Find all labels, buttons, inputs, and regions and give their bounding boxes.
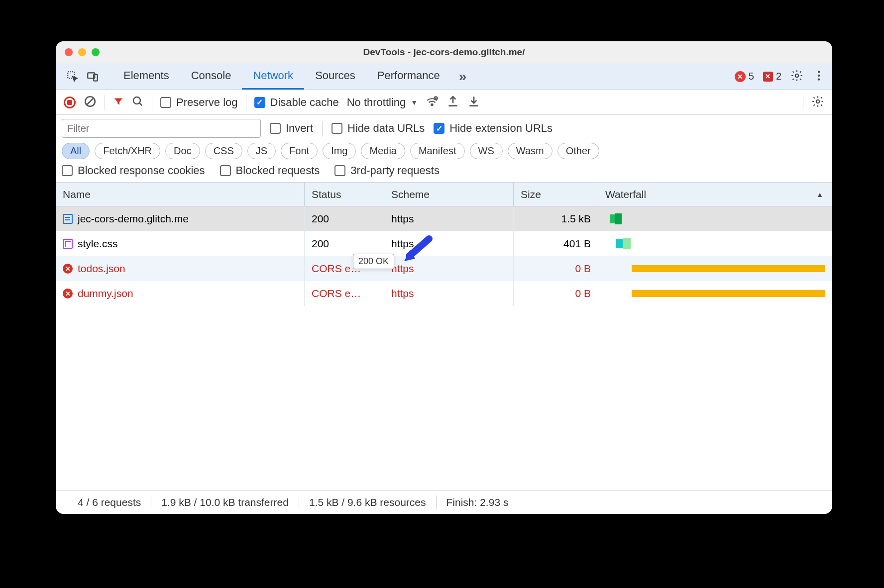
type-pill-fetch-xhr[interactable]: Fetch/XHR (95, 143, 160, 159)
waterfall-label: Waterfall (605, 189, 646, 200)
throttling-value: No throttling (347, 96, 406, 109)
svg-line-8 (87, 98, 94, 104)
request-name: style.css (78, 238, 118, 250)
disable-cache-checkbox[interactable]: Disable cache (254, 96, 339, 109)
network-toolbar: Preserve log Disable cache No throttling… (56, 90, 832, 115)
window-close-button[interactable] (65, 48, 73, 56)
tab-performance[interactable]: Performance (366, 63, 451, 90)
tabs-overflow-button[interactable]: » (451, 69, 475, 85)
checkbox-icon (334, 165, 345, 176)
svg-point-13 (816, 99, 820, 103)
sort-indicator-icon: ▲ (816, 191, 823, 198)
svg-point-11 (432, 103, 433, 105)
col-header-waterfall[interactable]: Waterfall ▲ (598, 183, 832, 206)
more-menu-button[interactable] (812, 69, 825, 84)
col-header-scheme[interactable]: Scheme (384, 183, 514, 206)
type-filter-pills: AllFetch/XHRDocCSSJSFontImgMediaManifest… (62, 143, 826, 159)
table-body: jec-cors-demo.glitch.me200https1.5 kBsty… (56, 206, 832, 490)
type-pill-js[interactable]: JS (247, 143, 276, 159)
inspect-element-icon[interactable] (63, 67, 83, 87)
console-errors-badge[interactable]: ✕ 5 (735, 71, 754, 82)
panel-tabstrip: Elements Console Network Sources Perform… (56, 63, 832, 90)
error-icon: ✕ (63, 289, 73, 298)
filter-toggle-icon[interactable] (113, 96, 124, 109)
divider (152, 95, 152, 110)
filter-section: Invert Hide data URLs Hide extension URL… (56, 115, 832, 183)
network-conditions-icon[interactable] (426, 95, 439, 110)
cell-scheme: https (384, 281, 514, 306)
status-bar: 4 / 6 requests 1.9 kB / 10.0 kB transfer… (56, 490, 832, 514)
cell-waterfall (598, 206, 832, 231)
cell-waterfall (598, 281, 832, 306)
disable-cache-label: Disable cache (270, 96, 339, 109)
type-pill-manifest[interactable]: Manifest (410, 143, 465, 159)
type-pill-other[interactable]: Other (557, 143, 599, 159)
svg-point-3 (795, 74, 799, 77)
type-pill-wasm[interactable]: Wasm (508, 143, 552, 159)
checkbox-icon (332, 123, 342, 134)
tab-sources[interactable]: Sources (304, 63, 366, 90)
devtools-window: DevTools - jec-cors-demo.glitch.me/ Elem… (56, 41, 832, 514)
svg-point-4 (818, 71, 820, 73)
error-icon: ✕ (735, 71, 746, 82)
checkbox-icon (62, 165, 73, 176)
tab-console[interactable]: Console (180, 63, 242, 90)
cell-size: 1.5 kB (514, 206, 598, 231)
cell-waterfall (598, 231, 832, 256)
hide-data-urls-label: Hide data URLs (347, 122, 425, 135)
settings-button[interactable] (790, 69, 803, 84)
blocked-cookies-checkbox[interactable]: Blocked response cookies (62, 164, 205, 177)
clear-button[interactable] (84, 95, 97, 110)
record-button[interactable] (64, 97, 76, 108)
network-table: Name Status Scheme Size Waterfall ▲ jec-… (56, 183, 832, 490)
type-pill-all[interactable]: All (62, 143, 90, 159)
cell-size: 401 B (514, 231, 598, 256)
hide-extension-urls-checkbox[interactable]: Hide extension URLs (434, 122, 552, 135)
type-pill-doc[interactable]: Doc (165, 143, 200, 159)
type-pill-ws[interactable]: WS (470, 143, 503, 159)
col-header-size[interactable]: Size (514, 183, 598, 206)
table-row[interactable]: ✕dummy.jsonCORS e…https0 B (56, 281, 832, 306)
third-party-checkbox[interactable]: 3rd-party requests (334, 164, 440, 177)
type-pill-css[interactable]: CSS (205, 143, 242, 159)
request-name: jec-cors-demo.glitch.me (78, 213, 189, 225)
network-settings-button[interactable] (811, 95, 824, 110)
divider (246, 95, 246, 110)
throttling-select[interactable]: No throttling ▼ (347, 96, 418, 109)
blocked-cookies-label: Blocked response cookies (78, 164, 205, 177)
type-pill-font[interactable]: Font (281, 143, 318, 159)
svg-line-10 (139, 103, 142, 105)
cell-name: style.css (56, 231, 305, 256)
hide-ext-urls-label: Hide extension URLs (449, 122, 552, 135)
cell-name: ✕dummy.json (56, 281, 305, 306)
svg-point-5 (818, 74, 820, 76)
search-button[interactable] (132, 96, 144, 109)
table-row[interactable]: ✕todos.jsonCORS e…https0 B (56, 256, 832, 281)
type-pill-media[interactable]: Media (361, 143, 405, 159)
issues-badge[interactable]: ✕ 2 (763, 71, 781, 82)
window-minimize-button[interactable] (78, 48, 86, 56)
invert-checkbox[interactable]: Invert (270, 122, 313, 135)
device-toolbar-icon[interactable] (83, 67, 103, 87)
col-header-name[interactable]: Name (56, 183, 305, 206)
window-zoom-button[interactable] (92, 48, 100, 56)
issue-count: 2 (776, 71, 781, 82)
export-har-icon[interactable] (446, 95, 459, 110)
checkbox-icon (220, 165, 231, 176)
table-row[interactable]: style.css200https401 B (56, 231, 832, 256)
type-pill-img[interactable]: Img (323, 143, 356, 159)
cell-size: 0 B (514, 256, 598, 281)
table-row[interactable]: jec-cors-demo.glitch.me200https1.5 kB (56, 206, 832, 231)
col-header-status[interactable]: Status (305, 183, 384, 206)
status-transferred: 1.9 kB / 10.0 kB transferred (151, 496, 299, 508)
tab-elements[interactable]: Elements (112, 63, 180, 90)
preserve-log-checkbox[interactable]: Preserve log (160, 96, 238, 109)
tab-network[interactable]: Network (242, 63, 304, 90)
document-icon (63, 214, 73, 224)
blocked-requests-checkbox[interactable]: Blocked requests (220, 164, 320, 177)
divider (803, 95, 803, 110)
filter-input[interactable] (62, 119, 261, 138)
hide-data-urls-checkbox[interactable]: Hide data URLs (332, 122, 425, 135)
cell-scheme: https (384, 206, 514, 231)
import-har-icon[interactable] (467, 95, 480, 110)
